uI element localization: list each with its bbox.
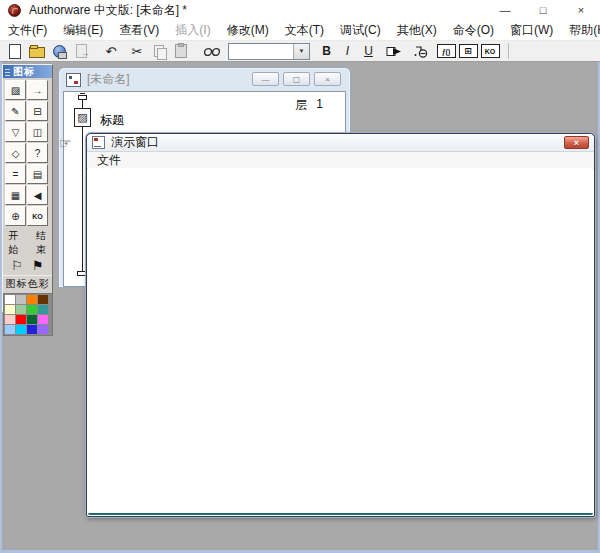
icon-palette-title: 图标 [13,65,35,79]
menu-edit[interactable]: 编辑(E) [55,20,111,40]
color-swatch[interactable] [5,315,15,324]
calculation-icon-button[interactable]: = [5,164,26,184]
menu-command[interactable]: 命令(O) [445,20,502,40]
menu-file[interactable]: 文件(F) [0,20,55,40]
menu-view[interactable]: 查看(V) [111,20,167,40]
new-page-icon [9,44,21,59]
knowledge-objects-icon: KO [481,44,500,58]
menu-window[interactable]: 窗口(W) [502,20,561,40]
control-panel-button[interactable] [410,42,432,60]
icon-palette-titlebar[interactable]: 图标 [3,65,52,78]
menu-other[interactable]: 其他(X) [389,20,445,40]
color-swatch[interactable] [5,295,15,304]
presentation-window[interactable]: 演示窗口 × 文件 [86,133,595,517]
copy-button[interactable] [148,42,170,60]
color-swatch[interactable] [27,305,37,314]
presentation-titlebar[interactable]: 演示窗口 × [87,134,594,152]
start-flag-label: 开始 [3,229,25,257]
level-label: 层 [295,97,307,114]
find-button[interactable] [200,42,222,60]
italic-button[interactable]: I [337,44,358,58]
underline-button[interactable]: U [358,44,379,58]
cut-button[interactable]: ✂ [126,42,148,60]
design-window-titlebar[interactable]: [未命名] — ▢ × [59,68,350,91]
wait-icon-button[interactable]: ⊟ [27,101,48,121]
toolbar-separator [508,43,509,59]
start-flag-icon[interactable]: ⚐ [11,258,23,273]
toolbar: → ↶ ✂ ▼ B I U [0,41,600,62]
flow-start-marker[interactable] [78,95,87,100]
framework-icon-button[interactable]: ◫ [27,122,48,142]
color-swatch[interactable] [5,325,15,334]
knowledge-objects-button[interactable]: KO [479,42,501,60]
icon-color-grid [3,293,53,336]
design-close-button[interactable]: × [314,72,341,86]
sound-icon-button[interactable]: ◀ [27,185,48,205]
navigate-icon-button[interactable]: ▽ [5,122,26,142]
close-button[interactable]: × [562,0,600,20]
color-swatch[interactable] [16,315,26,324]
color-swatch[interactable] [38,295,48,304]
icon-palette: 图标 ▨ → ✎ ⊟ ▽ ◫ ◇ ? = ▤ ▦ ◀ ⊕ KO 开始 结束 ⚐ … [2,64,53,313]
text-style-value[interactable] [229,44,293,59]
knowledge-object-icon-button[interactable]: KO [27,206,48,226]
menu-insert: 插入(I) [167,20,218,40]
menu-modify[interactable]: 修改(M) [219,20,277,40]
decision-icon-button[interactable]: ◇ [5,143,26,163]
color-swatch[interactable] [5,305,15,314]
menu-debug[interactable]: 调试(C) [332,20,389,40]
minimize-button[interactable]: — [486,0,524,20]
paste-button[interactable] [170,42,192,60]
display-icon-button[interactable]: ▨ [5,80,26,100]
color-swatch[interactable] [16,305,26,314]
color-swatch[interactable] [27,295,37,304]
run-icon [386,45,402,58]
color-swatch[interactable] [38,305,48,314]
flag-labels: 开始 结束 [3,229,52,257]
presentation-content[interactable] [88,168,593,515]
bold-button[interactable]: B [316,44,337,58]
dvd-icon-button[interactable]: ⊕ [5,206,26,226]
icon-colors-label: 图标色彩 [3,275,52,291]
erase-icon-button[interactable]: ✎ [5,101,26,121]
flow-display-icon[interactable]: ▨ [74,108,91,127]
presentation-close-button[interactable]: × [564,136,589,149]
color-swatch[interactable] [27,315,37,324]
presentation-menu-file[interactable]: 文件 [87,152,121,169]
stop-flag-label: 结束 [31,229,53,257]
open-folder-icon [29,47,45,58]
design-window-title: [未命名] [87,71,130,88]
map-icon-button[interactable]: ▤ [27,164,48,184]
color-swatch[interactable] [16,325,26,334]
paste-clipboard-icon [175,44,187,58]
save-all-button[interactable] [48,42,70,60]
color-swatch[interactable] [38,315,48,324]
design-maximize-button[interactable]: ▢ [283,72,310,86]
menu-text[interactable]: 文本(T) [277,20,332,40]
functions-button[interactable]: ƒ() [435,42,457,60]
interaction-icon-button[interactable]: ? [27,143,48,163]
new-button[interactable] [4,42,26,60]
authorware-logo-icon [8,4,21,17]
find-glasses-icon [203,45,220,57]
text-style-combobox[interactable]: ▼ [228,43,310,60]
color-swatch[interactable] [16,295,26,304]
digital-movie-icon-button[interactable]: ▦ [5,185,26,205]
color-swatch[interactable] [38,325,48,334]
design-minimize-button[interactable]: — [252,72,279,86]
stop-flag-icon[interactable]: ⚑ [32,258,44,273]
maximize-button[interactable]: □ [524,0,562,20]
import-button[interactable]: → [70,42,92,60]
paste-hand-pointer: ☞ [59,135,72,151]
open-button[interactable] [26,42,48,60]
menu-help[interactable]: 帮助(H) [561,20,600,40]
motion-icon-button[interactable]: → [27,80,48,100]
cut-scissors-icon: ✂ [132,44,143,59]
run-button[interactable] [383,42,405,60]
variables-button[interactable]: ⊞ [457,42,479,60]
undo-button[interactable]: ↶ [100,42,122,60]
color-swatch[interactable] [27,325,37,334]
flow-item-label[interactable]: 标题 [100,112,124,129]
combobox-dropdown-icon[interactable]: ▼ [293,44,309,59]
main-titlebar[interactable]: Authorware 中文版: [未命名] * — □ × [0,0,600,20]
